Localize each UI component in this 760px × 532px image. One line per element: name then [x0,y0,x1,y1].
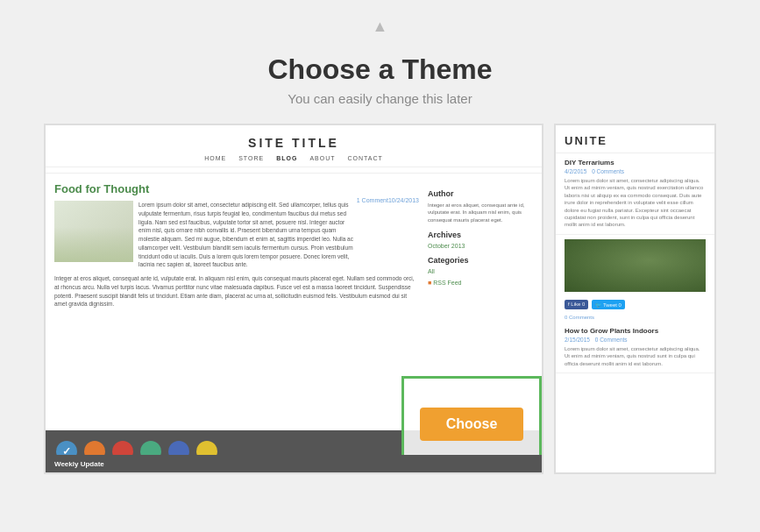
sidebar-author-title: Author [428,189,533,198]
page-subtitle: You can easily change this later [0,91,760,106]
right-post-0-date: 4/2/2015 0 Comments [565,168,706,174]
sidebar-categories-title: Categories [428,256,533,265]
choose-button[interactable]: Choose [420,408,524,441]
sidebar-archives-title: Archives [428,231,533,239]
theme-card-left[interactable]: SITE TITLE HOME STORE BLOG ABOUT CONTACT… [44,124,543,474]
nav-about[interactable]: ABOUT [309,155,335,161]
facebook-like-btn[interactable]: f Like 0 [565,300,588,309]
nav-contact[interactable]: CONTACT [348,155,383,161]
themes-area: SITE TITLE HOME STORE BLOG ABOUT CONTACT… [0,124,760,474]
right-post-image [556,239,714,292]
nav-store[interactable]: STORE [238,155,264,161]
weekly-update-label: Weekly Update [54,460,104,468]
nav-blog[interactable]: BLOG [276,155,297,161]
sidebar-author-text: Integer at eros aliquet, consequat ante … [428,202,533,223]
post-image-row: Lorem ipsum dolor sit amet, consectetur … [54,201,357,269]
right-post-1: How to Grow Plants Indoors 2/15/2015 0 C… [556,322,714,373]
page-title: Choose a Theme [0,53,760,86]
right-theme-title: UNITE [565,134,706,147]
right-post-0: DIY Terrariums 4/2/2015 0 Comments Lorem… [556,153,714,235]
post-body: Integer at eros aliquet, consequat ante … [54,274,419,309]
right-post-0-title: DIY Terrariums [565,159,706,167]
post-comment-count: 1 Comment [357,197,388,203]
sidebar-rss: ■ RSS Feed [428,280,533,286]
site-main: Food for Thought 10/24/2013 1 Comment Lo… [54,182,419,436]
weekly-update-bar: Weekly Update [46,455,542,472]
page-header: Choose a Theme You can easily change thi… [0,45,760,124]
right-post-1-comments: 0 Comments [595,337,628,343]
site-nav: HOME STORE BLOG ABOUT CONTACT [46,150,542,167]
post-title: Food for Thought [54,182,419,195]
nav-home[interactable]: HOME [204,155,226,161]
site-header: SITE TITLE HOME STORE BLOG ABOUT CONTACT [46,125,542,174]
right-comments-count: 0 Comments [556,313,714,322]
theme-card-right[interactable]: UNITE DIY Terrariums 4/2/2015 0 Comments… [554,124,716,474]
post-excerpt: Lorem ipsum dolor sit amet, consectetur … [139,201,357,269]
right-post-1-date: 2/15/2015 0 Comments [565,337,706,343]
site-title: SITE TITLE [46,136,542,150]
right-theme-image [565,239,706,292]
post-image [54,201,133,262]
right-post-0-text: Lorem ipsum dolor sit amet, consectetur … [565,177,706,229]
sidebar-archives-link[interactable]: October 2013 [428,243,533,249]
scroll-up-icon[interactable]: ▲ [373,18,388,35]
right-post-1-text: Lorem ipsum dolor sit amet, consectetur … [565,345,706,367]
rss-link[interactable]: RSS Feed [433,280,461,286]
right-post-1-title: How to Grow Plants Indoors [565,327,706,335]
right-post-0-comments: 0 Comments [592,168,624,174]
right-social-bar: f Like 0 🐦 Tweet 0 [556,296,714,313]
right-theme-header: UNITE [556,125,714,153]
twitter-tweet-btn[interactable]: 🐦 Tweet 0 [592,300,625,309]
sidebar-categories-link[interactable]: All [428,268,533,274]
